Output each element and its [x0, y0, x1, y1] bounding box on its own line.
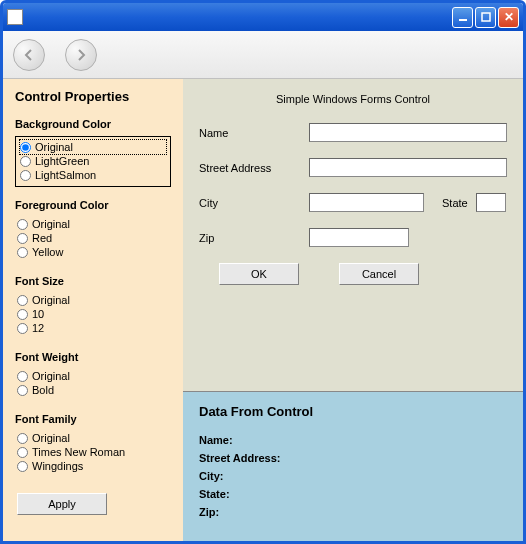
arrow-right-icon [73, 47, 89, 63]
data-city-label: City: [199, 467, 507, 485]
fgcolor-radio-yellow[interactable] [17, 247, 28, 258]
toolbar [3, 31, 523, 79]
svg-rect-0 [459, 19, 467, 21]
fontsize-option-original[interactable]: Original [17, 293, 171, 307]
name-input[interactable] [309, 123, 507, 142]
close-icon: ✕ [504, 10, 514, 24]
radio-label: 10 [32, 307, 44, 321]
forward-button[interactable] [65, 39, 97, 71]
fontweight-option-original[interactable]: Original [17, 369, 171, 383]
fontweight-option-bold[interactable]: Bold [17, 383, 171, 397]
bgcolor-heading: Background Color [15, 118, 171, 130]
fontfamily-radio-times[interactable] [17, 447, 28, 458]
data-zip-label: Zip: [199, 503, 507, 521]
radio-label: Original [32, 431, 70, 445]
zip-input[interactable] [309, 228, 409, 247]
radio-label: Bold [32, 383, 54, 397]
fontfamily-option-wingdings[interactable]: Wingdings [17, 459, 171, 473]
bgcolor-option-lightgreen[interactable]: LightGreen [20, 154, 166, 168]
city-input[interactable] [309, 193, 424, 212]
state-input[interactable] [476, 193, 506, 212]
bgcolor-option-lightsalmon[interactable]: LightSalmon [20, 168, 166, 182]
form-area: Simple Windows Forms Control Name Street… [183, 79, 523, 391]
bgcolor-option-original[interactable]: Original [20, 140, 166, 154]
radio-label: Yellow [32, 245, 63, 259]
svg-rect-1 [482, 13, 490, 21]
data-name-label: Name: [199, 431, 507, 449]
fontweight-radio-original[interactable] [17, 371, 28, 382]
fgcolor-option-yellow[interactable]: Yellow [17, 245, 171, 259]
state-label: State [442, 197, 468, 209]
street-label: Street Address [199, 162, 309, 174]
fontfamily-group: Original Times New Roman Wingdings [15, 431, 171, 473]
fontsize-group: Original 10 12 [15, 293, 171, 335]
minimize-button[interactable] [452, 7, 473, 28]
fgcolor-radio-red[interactable] [17, 233, 28, 244]
close-button[interactable]: ✕ [498, 7, 519, 28]
apply-button[interactable]: Apply [17, 493, 107, 515]
fontsize-radio-12[interactable] [17, 323, 28, 334]
street-row: Street Address [199, 158, 507, 177]
zip-row: Zip [199, 228, 507, 247]
radio-label: LightGreen [35, 154, 89, 168]
fontsize-option-10[interactable]: 10 [17, 307, 171, 321]
fontweight-heading: Font Weight [15, 351, 171, 363]
bgcolor-group: Original LightGreen LightSalmon [15, 136, 171, 187]
zip-label: Zip [199, 232, 309, 244]
minimize-icon [458, 12, 468, 22]
data-panel-title: Data From Control [199, 404, 507, 419]
fgcolor-radio-original[interactable] [17, 219, 28, 230]
radio-label: 12 [32, 321, 44, 335]
radio-label: Original [32, 369, 70, 383]
fgcolor-group: Original Red Yellow [15, 217, 171, 259]
radio-label: LightSalmon [35, 168, 96, 182]
data-from-control-panel: Data From Control Name: Street Address: … [183, 391, 523, 541]
arrow-left-icon [21, 47, 37, 63]
fontweight-radio-bold[interactable] [17, 385, 28, 396]
data-state-label: State: [199, 485, 507, 503]
maximize-button[interactable] [475, 7, 496, 28]
street-input[interactable] [309, 158, 507, 177]
fgcolor-option-original[interactable]: Original [17, 217, 171, 231]
fontfamily-option-original[interactable]: Original [17, 431, 171, 445]
radio-label: Wingdings [32, 459, 83, 473]
bgcolor-radio-original[interactable] [20, 142, 31, 153]
fontsize-radio-original[interactable] [17, 295, 28, 306]
city-state-row: City State [199, 193, 507, 212]
fgcolor-heading: Foreground Color [15, 199, 171, 211]
fontfamily-option-times[interactable]: Times New Roman [17, 445, 171, 459]
form-title: Simple Windows Forms Control [199, 93, 507, 105]
name-row: Name [199, 123, 507, 142]
maximize-icon [481, 12, 491, 22]
radio-label: Red [32, 231, 52, 245]
titlebar: ✕ [3, 3, 523, 31]
radio-label: Original [32, 217, 70, 231]
radio-label: Times New Roman [32, 445, 125, 459]
cancel-button[interactable]: Cancel [339, 263, 419, 285]
fgcolor-option-red[interactable]: Red [17, 231, 171, 245]
radio-label: Original [32, 293, 70, 307]
city-label: City [199, 197, 309, 209]
main-panel: Simple Windows Forms Control Name Street… [183, 79, 523, 541]
back-button[interactable] [13, 39, 45, 71]
form-buttons: OK Cancel [219, 263, 507, 285]
content-area: Control Properties Background Color Orig… [3, 79, 523, 541]
bgcolor-radio-lightsalmon[interactable] [20, 170, 31, 181]
fontfamily-heading: Font Family [15, 413, 171, 425]
sidebar-title: Control Properties [15, 89, 171, 104]
control-properties-panel: Control Properties Background Color Orig… [3, 79, 183, 541]
fontsize-heading: Font Size [15, 275, 171, 287]
window-controls: ✕ [452, 7, 519, 28]
fontsize-radio-10[interactable] [17, 309, 28, 320]
app-window: ✕ Control Properties Background Color Or… [0, 0, 526, 544]
app-icon [7, 9, 23, 25]
radio-label: Original [35, 140, 73, 154]
fontweight-group: Original Bold [15, 369, 171, 397]
fontfamily-radio-original[interactable] [17, 433, 28, 444]
bgcolor-radio-lightgreen[interactable] [20, 156, 31, 167]
name-label: Name [199, 127, 309, 139]
fontfamily-radio-wingdings[interactable] [17, 461, 28, 472]
ok-button[interactable]: OK [219, 263, 299, 285]
fontsize-option-12[interactable]: 12 [17, 321, 171, 335]
data-street-label: Street Address: [199, 449, 507, 467]
